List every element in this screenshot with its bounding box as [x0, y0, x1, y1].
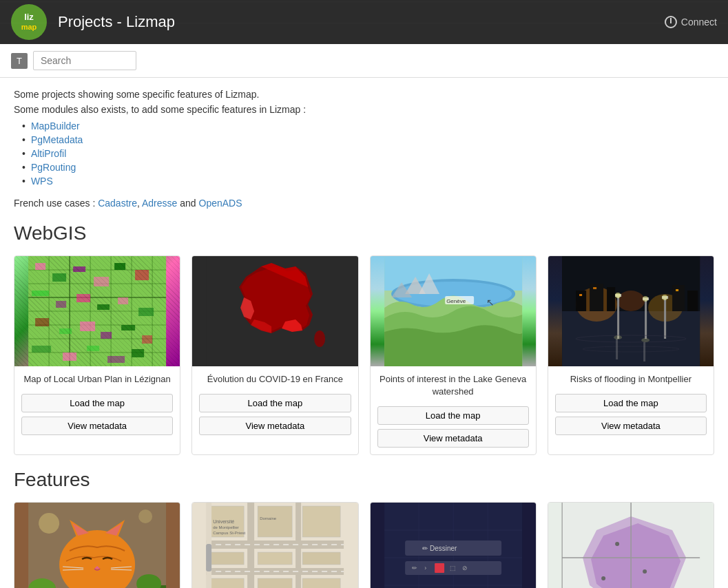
logo[interactable]: lizmap	[11, 4, 47, 40]
load-map-covid[interactable]: Load the map	[199, 394, 351, 412]
svg-point-143	[615, 542, 619, 546]
svg-rect-115	[258, 578, 292, 588]
svg-rect-69	[617, 294, 619, 339]
search-t-button[interactable]: T	[11, 53, 28, 69]
svg-point-75	[615, 293, 621, 298]
module-mapbuilder[interactable]: MapBuilder	[31, 120, 80, 132]
svg-rect-31	[142, 335, 152, 344]
map-image-geneva: Genève ↖	[371, 256, 536, 366]
load-map-flooding[interactable]: Load the map	[555, 394, 707, 412]
svg-rect-65	[687, 291, 698, 311]
svg-rect-113	[302, 552, 340, 565]
card-street: Université de Montpellier Campus St-Prie…	[191, 502, 358, 588]
search-input[interactable]	[33, 51, 136, 70]
svg-rect-22	[76, 294, 90, 302]
map-image-covid	[192, 256, 357, 366]
svg-rect-19	[135, 270, 149, 280]
list-item: PgMetadata	[22, 134, 714, 145]
map-image-purple	[548, 503, 714, 588]
svg-rect-20	[32, 291, 49, 296]
svg-text:⊘: ⊘	[462, 565, 468, 571]
svg-rect-61	[576, 291, 586, 311]
view-metadata-geneva[interactable]: View metadata	[377, 429, 529, 448]
connect-button[interactable]: Connect	[665, 16, 717, 28]
map-image-drawing: ✏ Dessiner ✏ › ⬚ ⊘	[371, 503, 536, 588]
svg-rect-28	[80, 322, 95, 331]
svg-text:Université: Université	[213, 519, 234, 524]
svg-rect-114	[209, 578, 244, 588]
list-item: WPS	[22, 176, 714, 187]
svg-rect-35	[107, 356, 125, 363]
svg-point-82	[614, 335, 622, 339]
card-flooding: Risks of flooding in Montpellier Load th…	[548, 255, 714, 455]
svg-rect-81	[643, 342, 645, 361]
svg-point-145	[601, 576, 605, 580]
svg-rect-63	[607, 287, 615, 311]
svg-point-99	[39, 513, 59, 534]
webgis-section-title: WebGIS	[14, 222, 714, 244]
view-metadata-covid[interactable]: View metadata	[199, 417, 351, 435]
svg-text:✏: ✏	[412, 565, 417, 571]
module-wps[interactable]: WPS	[31, 176, 53, 187]
svg-rect-18	[114, 263, 125, 270]
module-pgmetadata[interactable]: PgMetadata	[31, 134, 83, 145]
svg-text:↖: ↖	[486, 297, 495, 308]
list-item: AltiProfil	[22, 148, 714, 159]
main-content: Some projects showing some specific feat…	[0, 78, 728, 588]
svg-point-77	[662, 295, 667, 300]
load-map-lezignan[interactable]: Load the map	[21, 394, 173, 412]
module-altiprofil[interactable]: AltiProfil	[31, 148, 66, 159]
link-openads[interactable]: OpenADS	[199, 198, 242, 209]
svg-text:Domaine: Domaine	[260, 516, 277, 521]
svg-point-44	[314, 330, 325, 347]
svg-point-144	[643, 569, 647, 574]
svg-rect-27	[59, 328, 72, 334]
svg-rect-64	[672, 285, 685, 311]
card-geneva: Genève ↖ Points of interest in the Lake …	[370, 255, 537, 455]
svg-rect-16	[73, 266, 85, 272]
svg-rect-116	[302, 578, 340, 588]
card-body-flooding: Risks of flooding in Montpellier Load th…	[548, 366, 714, 454]
svg-rect-17	[94, 277, 109, 286]
svg-rect-33	[63, 353, 76, 361]
view-metadata-lezignan[interactable]: View metadata	[21, 417, 173, 435]
svg-text:Genève: Genève	[446, 298, 466, 304]
search-bar-area: T	[0, 44, 728, 78]
svg-rect-57	[562, 311, 700, 366]
svg-rect-111	[209, 552, 244, 565]
card-covid: Évolution du COVID-19 en France Load the…	[191, 255, 358, 455]
modules-list: MapBuilder PgMetadata AltiProfil PgRouti…	[22, 120, 714, 187]
intro-line1: Some projects showing some specific feat…	[14, 89, 714, 100]
svg-rect-24	[118, 297, 128, 304]
card-body-covid: Évolution du COVID-19 en France Load the…	[192, 366, 357, 454]
svg-point-76	[643, 296, 648, 302]
svg-rect-34	[87, 346, 99, 351]
features-cards-grid: Université de Montpellier Campus St-Prie…	[14, 502, 714, 588]
map-image-cat	[14, 503, 180, 588]
svg-rect-30	[121, 325, 135, 330]
svg-rect-67	[593, 287, 596, 289]
map-image-flooding	[548, 256, 714, 366]
webgis-cards-grid: Map of Local Urban Plan in Lézignan Load…	[14, 255, 714, 455]
module-pgrouting[interactable]: PgRouting	[31, 162, 76, 173]
link-adresse[interactable]: Adresse	[142, 198, 177, 209]
card-lezignan: Map of Local Urban Plan in Lézignan Load…	[14, 255, 180, 455]
svg-rect-32	[32, 346, 51, 353]
svg-text:✏ Dessiner: ✏ Dessiner	[422, 545, 457, 552]
load-map-geneva[interactable]: Load the map	[377, 406, 529, 425]
card-cat	[14, 502, 180, 588]
svg-rect-122	[206, 544, 211, 571]
svg-rect-21	[56, 301, 66, 308]
svg-rect-66	[579, 294, 582, 296]
page-title: Projects - Lizmap	[58, 13, 175, 31]
logo-text: lizmap	[21, 12, 37, 32]
features-section-title: Features	[14, 469, 714, 491]
view-metadata-flooding[interactable]: View metadata	[555, 417, 707, 435]
card-title-lezignan: Map of Local Urban Plan in Lézignan	[24, 373, 171, 386]
svg-rect-25	[138, 308, 154, 316]
svg-point-60	[617, 291, 645, 311]
card-title-flooding: Risks of flooding in Montpellier	[570, 373, 691, 386]
svg-rect-36	[132, 349, 144, 357]
link-cadastre[interactable]: Cadastre	[98, 198, 137, 209]
svg-text:›: ›	[424, 565, 426, 571]
